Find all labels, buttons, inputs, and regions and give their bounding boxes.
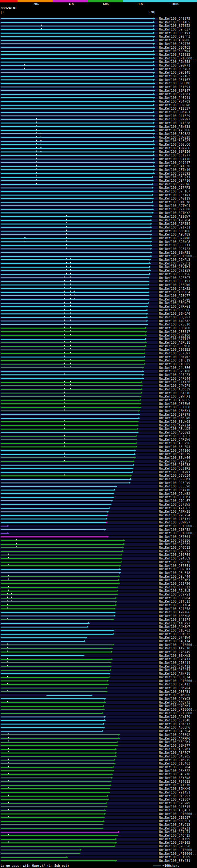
alignment-bar[interactable] bbox=[1, 785, 110, 786]
alignment-bar[interactable] bbox=[1, 756, 116, 757]
hit-id-label[interactable]: UniRef100_UPI0000... bbox=[159, 254, 197, 258]
hit-id-label[interactable]: UniRef100_UPI0000... bbox=[159, 643, 197, 647]
hit-id-label[interactable]: UniRef100_C1G605 bbox=[159, 363, 190, 366]
alignment-bar[interactable] bbox=[1, 393, 141, 394]
hit-id-label[interactable]: UniRef100_A8Q4E7 bbox=[159, 809, 190, 812]
alignment-bar[interactable] bbox=[1, 58, 154, 59]
alignment-bar[interactable] bbox=[1, 486, 116, 487]
hit-id-label[interactable]: UniRef100_A6RNC7 bbox=[159, 301, 190, 305]
alignment-bar[interactable] bbox=[1, 36, 154, 37]
alignment-bar[interactable] bbox=[1, 360, 144, 361]
hit-id-label[interactable]: UniRef100_B4F9A7 bbox=[159, 139, 190, 143]
hit-id-label[interactable]: UniRef100_P27000 bbox=[159, 208, 190, 211]
hit-id-label[interactable]: UniRef100_A8Q6G2 bbox=[159, 431, 190, 434]
hit-id-label[interactable]: UniRef100_B9RVW7 bbox=[159, 118, 190, 121]
alignment-bar[interactable] bbox=[1, 241, 151, 242]
alignment-bar[interactable] bbox=[1, 716, 105, 717]
hit-id-label[interactable]: UniRef100_A4H8X7 bbox=[159, 625, 190, 629]
hit-id-label[interactable]: UniRef100_Q1MRU0 bbox=[159, 693, 190, 697]
hit-id-label[interactable]: UniRef100_C5D100 bbox=[159, 334, 190, 338]
hit-id-label[interactable]: UniRef100_C1E1Y5 bbox=[159, 517, 190, 521]
alignment-bar[interactable] bbox=[1, 623, 89, 624]
hit-id-label[interactable]: UniRef100_C6TN10 bbox=[159, 168, 190, 172]
alignment-bar[interactable] bbox=[1, 763, 114, 764]
hit-id-label[interactable]: UniRef100_C5M3X1 bbox=[159, 409, 190, 413]
alignment-bar[interactable] bbox=[1, 533, 8, 534]
hit-id-label[interactable]: UniRef100_Q945C9 bbox=[159, 557, 190, 560]
hit-id-label[interactable]: UniRef100_P04709 bbox=[159, 100, 190, 103]
hit-id-label[interactable]: UniRef100_B2MXX0 bbox=[159, 787, 190, 791]
alignment-bar[interactable] bbox=[1, 572, 120, 573]
hit-id-label[interactable]: UniRef100_P12857 bbox=[159, 107, 190, 111]
alignment-bar[interactable] bbox=[1, 731, 102, 732]
alignment-bar[interactable] bbox=[1, 263, 150, 264]
hit-id-label[interactable]: UniRef100_Q62254 bbox=[159, 668, 190, 672]
hit-id-label[interactable]: UniRef100_A9NRD6 bbox=[159, 38, 190, 42]
alignment-bar[interactable] bbox=[1, 713, 102, 714]
alignment-bar[interactable] bbox=[1, 738, 119, 739]
alignment-bar[interactable] bbox=[1, 141, 154, 142]
alignment-bar[interactable] bbox=[1, 659, 111, 660]
hit-id-label[interactable]: UniRef100_C7B449 bbox=[159, 650, 190, 654]
alignment-bar[interactable] bbox=[1, 673, 109, 674]
alignment-bar[interactable] bbox=[1, 605, 116, 606]
alignment-bar[interactable] bbox=[1, 839, 116, 840]
alignment-bar[interactable] bbox=[1, 691, 106, 692]
hit-id-label[interactable]: UniRef100_Q66PB1 bbox=[159, 690, 190, 694]
alignment-bar[interactable] bbox=[1, 310, 147, 311]
hit-id-label[interactable]: UniRef100_C4Q114 bbox=[159, 640, 190, 643]
hit-id-label[interactable]: UniRef100_Q8LB48 bbox=[159, 571, 190, 575]
alignment-bar[interactable] bbox=[1, 313, 147, 314]
alignment-bar[interactable] bbox=[1, 213, 152, 213]
hit-id-label[interactable]: UniRef100_C7B413 bbox=[159, 683, 190, 686]
hit-id-label[interactable]: UniRef100_A9U489 bbox=[159, 233, 190, 237]
alignment-bar[interactable] bbox=[1, 723, 103, 724]
alignment-bar[interactable] bbox=[1, 303, 148, 304]
hit-id-label[interactable]: UniRef100_P31167 bbox=[159, 78, 190, 82]
alignment-bar[interactable] bbox=[1, 324, 147, 325]
alignment-bar[interactable] bbox=[1, 295, 148, 296]
hit-id-label[interactable]: UniRef100_B7F1C7 bbox=[159, 190, 190, 193]
hit-id-label[interactable]: UniRef100_Q8J1R2 bbox=[159, 467, 190, 470]
hit-id-label[interactable]: UniRef100_B3LLV0 bbox=[159, 485, 190, 488]
alignment-bar[interactable] bbox=[1, 846, 114, 847]
alignment-bar[interactable] bbox=[1, 252, 151, 253]
alignment-bar[interactable] bbox=[1, 612, 114, 613]
alignment-bar[interactable] bbox=[1, 40, 154, 41]
hit-id-label[interactable]: UniRef100_Q6C197 bbox=[159, 280, 190, 283]
hit-id-label[interactable]: UniRef100_C7BVN9 bbox=[159, 802, 190, 805]
alignment-bar[interactable] bbox=[1, 598, 116, 598]
hit-id-label[interactable]: UniRef100_Q74Z60 bbox=[159, 449, 190, 453]
hit-id-label[interactable]: UniRef100_B9MYG1 bbox=[159, 111, 190, 114]
alignment-bar[interactable] bbox=[1, 702, 105, 703]
alignment-bar[interactable] bbox=[1, 238, 151, 239]
hit-id-label[interactable]: UniRef100_Q6BPN0 bbox=[159, 416, 190, 420]
alignment-bar[interactable] bbox=[1, 407, 140, 408]
alignment-bar[interactable] bbox=[1, 454, 134, 455]
alignment-bar[interactable] bbox=[1, 83, 154, 84]
alignment-bar[interactable] bbox=[1, 493, 113, 494]
alignment-bar[interactable] bbox=[1, 418, 139, 419]
alignment-bar[interactable] bbox=[1, 367, 143, 368]
hit-id-label[interactable]: UniRef100_A5HJF4 bbox=[159, 290, 190, 294]
hit-id-label[interactable]: UniRef100_C9SLB6 bbox=[159, 309, 190, 312]
alignment-bar[interactable] bbox=[1, 105, 154, 105]
hit-id-label[interactable]: UniRef100_A3LUD5 bbox=[159, 427, 190, 431]
alignment-bar[interactable] bbox=[1, 680, 107, 681]
hit-id-label[interactable]: UniRef100_B9VQH7 bbox=[159, 460, 190, 463]
hit-id-label[interactable]: UniRef100_A5DDZ9 bbox=[159, 388, 190, 391]
alignment-bar[interactable] bbox=[1, 472, 132, 473]
hit-id-label[interactable]: UniRef100_B6HCA6 bbox=[159, 312, 190, 316]
alignment-bar[interactable] bbox=[1, 745, 117, 746]
hit-id-label[interactable]: UniRef100_Q50F64 bbox=[159, 553, 190, 557]
hit-id-label[interactable]: UniRef100_A9Z3C7 bbox=[159, 276, 190, 280]
alignment-bar[interactable] bbox=[1, 414, 139, 415]
hit-id-label[interactable]: UniRef100_C6T977 bbox=[159, 154, 190, 157]
alignment-bar[interactable] bbox=[1, 627, 87, 627]
hit-id-label[interactable]: UniRef100_O49447 bbox=[159, 161, 190, 165]
hit-id-label[interactable]: UniRef100_B9HHM8 bbox=[159, 82, 190, 85]
alignment-bar[interactable] bbox=[1, 810, 105, 811]
hit-id-label[interactable]: UniRef100_Q9XRL3 bbox=[159, 258, 190, 262]
hit-id-label[interactable]: UniRef100_B5M577 bbox=[159, 744, 190, 748]
alignment-bar[interactable] bbox=[1, 688, 106, 688]
